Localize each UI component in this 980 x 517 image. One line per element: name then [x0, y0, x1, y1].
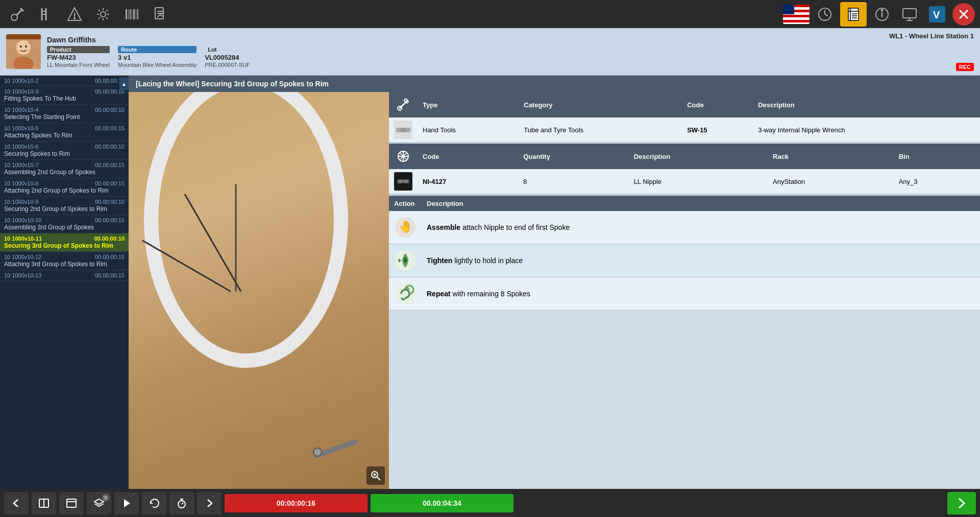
sidebar-item-name: Assembling 2nd Group of Spokes	[4, 169, 125, 176]
svg-point-9	[74, 18, 75, 19]
svg-point-43	[20, 45, 22, 48]
sidebar-item-time: 00.00:00:15	[95, 254, 125, 260]
warning-icon[interactable]	[62, 2, 87, 27]
sidebar-item[interactable]: 10 1000v10-3 00.00:00:15 Fitting Spokes …	[0, 86, 129, 105]
sidebar-item[interactable]: 10 1000v10-9 00.00:00:10 Securing 2nd Gr…	[0, 197, 129, 215]
action-text: Tighten lightly to hold in place	[422, 244, 980, 277]
tool-code: SW-15	[682, 118, 753, 143]
svg-point-47	[313, 448, 322, 456]
scroll-up-button[interactable]: ▲	[119, 78, 129, 90]
parts-bin-header: Bin	[894, 144, 980, 169]
flag-icon[interactable]	[783, 5, 810, 24]
parts-header-icon	[394, 147, 412, 166]
sidebar-item-time: 00.00:00:10	[94, 236, 125, 242]
panel-title: [Lacing the Wheel] Securing 3rd Group of…	[129, 76, 980, 92]
top-toolbar: V	[0, 0, 980, 28]
svg-line-49	[377, 477, 380, 480]
sidebar-item-id: 10 1000v10-11	[4, 236, 42, 242]
refresh-button[interactable]	[142, 492, 166, 514]
sidebar-item-id: 10 1000v10-5	[4, 125, 38, 131]
part-icon-cell	[389, 169, 418, 194]
svg-point-44	[25, 45, 27, 48]
sidebar-item-name: Securing 2nd Group of Spokes to Rim	[4, 205, 125, 213]
action-desc-header: Description	[422, 196, 980, 211]
sidebar-item[interactable]: 10 1000v10-13 00.00:00:15	[0, 270, 129, 281]
wrench-icon[interactable]	[5, 2, 30, 27]
lot-barcode: PRE-000007-SUF	[205, 62, 250, 68]
route-code: 3 v1	[118, 54, 197, 61]
tools-icon[interactable]	[34, 2, 58, 27]
sidebar-item-id: 10 1000v10-8	[4, 180, 38, 186]
action-col-header: Action	[389, 196, 422, 211]
svg-point-41	[16, 40, 31, 55]
close-icon[interactable]	[952, 3, 975, 26]
table-row: Hand Tools Tube and Tyre Tools SW-15 3-w…	[389, 118, 980, 143]
svg-rect-71	[67, 499, 76, 507]
sidebar-item[interactable]: 10 1000v10-7 00.00:00:15 Assembling 2nd …	[0, 160, 129, 178]
lot-label: Lot	[205, 46, 250, 53]
sidebar-item-id: 10 1000v10-3	[4, 88, 38, 95]
clock-icon[interactable]	[813, 2, 837, 27]
monitor-icon[interactable]	[897, 2, 922, 27]
svg-rect-15	[133, 9, 135, 19]
svg-point-10	[101, 12, 106, 17]
tools-header-icon	[394, 96, 412, 114]
action-row: Repeat with remaining 8 Spokes	[389, 277, 980, 311]
sidebar-item[interactable]: 10 1000v10-5 00.00:00:15 Attaching Spoke…	[0, 123, 129, 142]
product-name: LL Mountain Front Wheel	[47, 62, 110, 68]
progress-red: 00:00:00:16	[225, 494, 368, 512]
sidebar-item[interactable]: 10 1000v10-2 00.00:00:10	[0, 76, 129, 86]
svg-marker-74	[124, 499, 130, 507]
parts-rack-header: Rack	[768, 144, 894, 169]
barcode-icon[interactable]	[119, 2, 144, 27]
station-label: WL1 - Wheel Line Station 1	[889, 32, 974, 40]
next-button[interactable]	[947, 492, 976, 514]
sidebar-item[interactable]: 10 1000v10-4 00.00:00:10 Selecting The S…	[0, 105, 129, 123]
sidebar-item[interactable]: 10 1000v10-8 00.00:00:15 Attaching 2nd G…	[0, 178, 129, 197]
svg-rect-58	[400, 128, 406, 132]
action-icon-tighten	[394, 249, 416, 272]
svg-line-78	[182, 503, 183, 504]
timer-button[interactable]	[169, 492, 194, 514]
sidebar-item-id: 10 1000v10-12	[4, 254, 41, 260]
sidebar-item-name: Attaching Spokes To Rim	[4, 132, 125, 139]
svg-rect-13	[130, 9, 131, 19]
notebook-icon[interactable]	[840, 2, 867, 27]
sidebar-item[interactable]: 10 1000v10-11 00.00:00:10 Securing 3rd G…	[0, 233, 129, 252]
step-image	[129, 92, 389, 489]
tools-category-header: Category	[519, 92, 682, 118]
action-row: Tighten lightly to hold in place	[389, 244, 980, 277]
svg-line-23	[825, 14, 828, 16]
alert-icon[interactable]	[870, 2, 894, 27]
action-icon-cell: 🤚	[389, 211, 422, 244]
forward-button[interactable]	[197, 492, 222, 514]
sidebar-item[interactable]: 10 1000v10-12 00.00:00:15 Attaching 3rd …	[0, 252, 129, 270]
back-button[interactable]	[4, 492, 29, 514]
action-keyword: Assemble	[427, 223, 460, 231]
gear-icon[interactable]	[91, 2, 115, 27]
layers-button[interactable]: 0	[87, 492, 111, 514]
user-name: Dawn Griffiths	[47, 36, 250, 44]
tools-description-header: Description	[753, 92, 980, 118]
play-button[interactable]	[114, 492, 139, 514]
sidebar-item[interactable]: 10 1000v10-10 00.00:00:15 Assembling 3rd…	[0, 215, 129, 233]
sidebar-item-time: 00.00:00:15	[95, 217, 125, 223]
action-icon-cell	[389, 277, 422, 311]
action-text: Assemble attach Nipple to end of first S…	[422, 211, 980, 244]
document-icon[interactable]	[148, 2, 173, 27]
tools-body: Hand Tools Tube and Tyre Tools SW-15 3-w…	[389, 118, 980, 143]
action-row: 🤚 Assemble attach Nipple to end of first…	[389, 211, 980, 244]
svg-rect-57	[406, 128, 410, 132]
tool-type: Hand Tools	[418, 118, 519, 143]
sidebar-item-id: 10 1000v10-2	[4, 78, 38, 84]
sidebar-item-name: Securing Spokes to Rim	[4, 150, 125, 157]
zoom-button[interactable]	[366, 466, 385, 485]
vuforia-icon[interactable]: V	[925, 2, 949, 27]
product-badge-group: Product FW-M423 LL Mountain Front Wheel	[47, 46, 110, 68]
window-button[interactable]	[59, 492, 84, 514]
svg-rect-17	[137, 9, 138, 19]
parts-description-header: Description	[629, 144, 768, 169]
part-code: NI-4127	[418, 169, 518, 194]
sidebar-item[interactable]: 10 1000v10-6 00.00:00:10 Securing Spokes…	[0, 142, 129, 160]
split-button[interactable]	[32, 492, 56, 514]
